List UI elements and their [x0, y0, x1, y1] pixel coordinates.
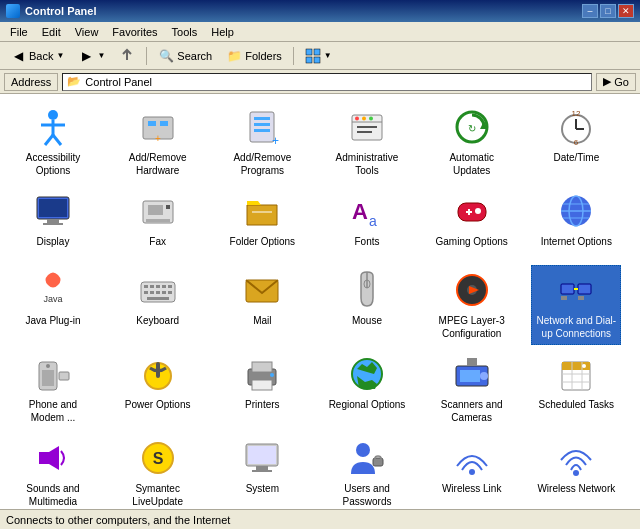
cp-item-scanners[interactable]: Scanners and Cameras [427, 349, 517, 429]
folders-button[interactable]: 📁 Folders [220, 45, 288, 67]
cp-item-network-dial[interactable]: Network and Dial-up Connections [531, 265, 621, 345]
admin-tools-label: Administrative Tools [327, 151, 407, 177]
address-label: Address [4, 73, 58, 91]
svg-rect-3 [314, 57, 320, 63]
fax-label: Fax [149, 235, 166, 248]
svg-rect-11 [160, 121, 168, 126]
scanners-label: Scanners and Cameras [432, 398, 512, 424]
cp-item-regional[interactable]: Regional Options [322, 349, 412, 429]
window-controls[interactable]: – □ ✕ [582, 4, 634, 18]
cp-item-add-remove-prog[interactable]: +Add/Remove Programs [217, 102, 307, 182]
svg-text:+: + [155, 133, 161, 144]
java-label: Java Plug-in [25, 314, 80, 327]
cp-item-admin-tools[interactable]: Administrative Tools [322, 102, 412, 182]
go-button[interactable]: ▶ Go [596, 73, 636, 91]
cp-item-system[interactable]: System [217, 433, 307, 509]
svg-marker-101 [49, 446, 59, 470]
views-button[interactable]: ▼ [299, 45, 338, 67]
cp-item-wireless-link[interactable]: Wireless Link [427, 433, 517, 509]
add-remove-hw-label: Add/Remove Hardware [118, 151, 198, 177]
mail-icon [242, 270, 282, 310]
minimize-button[interactable]: – [582, 4, 598, 18]
menu-file[interactable]: File [4, 24, 34, 40]
address-input[interactable]: 📂 Control Panel [62, 73, 592, 91]
svg-rect-81 [59, 372, 69, 380]
svg-text:a: a [369, 213, 377, 229]
svg-rect-92 [467, 358, 477, 366]
views-icon [305, 48, 321, 64]
mpeg-label: MPEG Layer-3 Configuration [432, 314, 512, 340]
svg-rect-80 [42, 370, 54, 386]
cp-item-internet-options[interactable]: Internet Options [531, 186, 621, 261]
forward-dropdown-icon: ▼ [97, 51, 105, 60]
menu-tools[interactable]: Tools [166, 24, 204, 40]
scanners-icon [452, 354, 492, 394]
svg-rect-0 [306, 49, 312, 55]
address-value: Control Panel [85, 76, 152, 88]
svg-rect-35 [47, 219, 59, 223]
datetime-label: Date/Time [553, 151, 599, 164]
add-remove-prog-icon: + [242, 107, 282, 147]
forward-icon: ▶ [78, 48, 94, 64]
cp-item-mail[interactable]: Mail [217, 265, 307, 345]
svg-rect-58 [162, 285, 166, 288]
address-bar: Address 📂 Control Panel ▶ Go [0, 70, 640, 94]
address-folder-icon: 📂 [67, 75, 81, 88]
sounds-label: Sounds and Multimedia [13, 482, 93, 508]
svg-text:6: 6 [574, 138, 579, 147]
maximize-button[interactable]: □ [600, 4, 616, 18]
menu-help[interactable]: Help [205, 24, 240, 40]
up-icon [119, 48, 135, 64]
system-label: System [246, 482, 279, 495]
keyboard-icon [138, 270, 178, 310]
phone-modem-label: Phone and Modem ... [13, 398, 93, 424]
up-button[interactable] [113, 45, 141, 67]
cp-item-users-passwords[interactable]: Users and Passwords [322, 433, 412, 509]
cp-item-symantec[interactable]: SSymantec LiveUpdate [113, 433, 203, 509]
svg-rect-100 [39, 452, 49, 464]
close-button[interactable]: ✕ [618, 4, 634, 18]
menu-view[interactable]: View [69, 24, 105, 40]
cp-item-wireless-network[interactable]: Wireless Network [531, 433, 621, 509]
cp-item-printers[interactable]: Printers [217, 349, 307, 429]
cp-item-fonts[interactable]: AaFonts [322, 186, 412, 261]
cp-item-mpeg[interactable]: MPEG Layer-3 Configuration [427, 265, 517, 345]
icons-panel: Accessibility Options+Add/Remove Hardwar… [0, 94, 640, 509]
cp-item-datetime[interactable]: 126Date/Time [531, 102, 621, 182]
search-button[interactable]: 🔍 Search [152, 45, 218, 67]
cp-item-folder-options[interactable]: Folder Options [217, 186, 307, 261]
svg-rect-59 [168, 285, 172, 288]
cp-item-sounds[interactable]: Sounds and Multimedia [8, 433, 98, 509]
phone-modem-icon [33, 354, 73, 394]
svg-text:12: 12 [572, 109, 581, 118]
cp-item-auto-updates[interactable]: ↻Automatic Updates [427, 102, 517, 182]
wireless-link-icon [452, 438, 492, 478]
forward-button[interactable]: ▶ ▼ [72, 45, 111, 67]
cp-item-keyboard[interactable]: Keyboard [113, 265, 203, 345]
cp-item-add-remove-hw[interactable]: +Add/Remove Hardware [113, 102, 203, 182]
menu-edit[interactable]: Edit [36, 24, 67, 40]
folders-label: Folders [245, 50, 282, 62]
cp-item-display[interactable]: Display [8, 186, 98, 261]
cp-item-fax[interactable]: Fax [113, 186, 203, 261]
cp-item-java[interactable]: JavaJava Plug-in [8, 265, 98, 345]
svg-rect-24 [357, 131, 372, 133]
svg-point-4 [48, 110, 58, 120]
go-label: Go [614, 76, 629, 88]
svg-rect-105 [248, 446, 276, 464]
svg-rect-38 [148, 205, 163, 215]
cp-item-accessibility[interactable]: Accessibility Options [8, 102, 98, 182]
back-button[interactable]: ◀ Back ▼ [4, 45, 70, 67]
cp-item-phone-modem[interactable]: Phone and Modem ... [8, 349, 98, 429]
cp-item-scheduled[interactable]: Scheduled Tasks [531, 349, 621, 429]
users-passwords-label: Users and Passwords [327, 482, 407, 508]
cp-item-gaming[interactable]: Gaming Options [427, 186, 517, 261]
network-dial-icon [556, 270, 596, 310]
keyboard-label: Keyboard [136, 314, 179, 327]
cp-item-mouse[interactable]: Mouse [322, 265, 412, 345]
svg-rect-56 [150, 285, 154, 288]
cp-item-power[interactable]: Power Options [113, 349, 203, 429]
menu-favorites[interactable]: Favorites [106, 24, 163, 40]
svg-rect-40 [146, 219, 170, 222]
svg-rect-63 [162, 291, 166, 294]
